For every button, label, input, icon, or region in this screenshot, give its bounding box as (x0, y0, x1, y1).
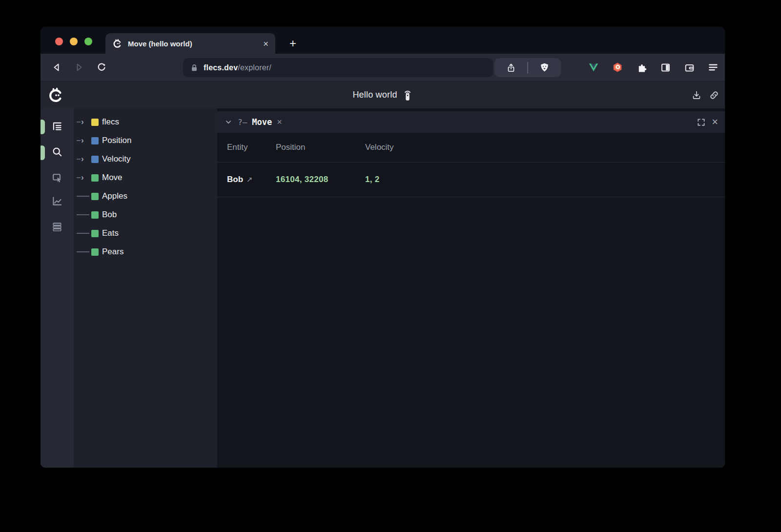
tree-connector-line (77, 196, 89, 197)
entity-color-square (91, 174, 99, 182)
expand-arrow-icon[interactable]: › (77, 122, 89, 123)
column-header-position: Position (276, 143, 365, 152)
world-title: Hello world (352, 90, 397, 100)
column-header-entity: Entity (227, 143, 276, 152)
browser-window: Move (hello world) × + flecs.dev/explore… (41, 27, 725, 468)
reload-button[interactable] (90, 58, 113, 77)
velocity-value: 1, 2 (365, 175, 725, 184)
tab-bar: Move (hello world) × + (41, 27, 725, 54)
entity-color-square (91, 193, 99, 200)
panel-controls: × (697, 117, 718, 127)
tree-item-label: Position (102, 136, 131, 145)
tree-item-label: flecs (102, 117, 119, 127)
header-actions (691, 82, 720, 108)
hexagon-extension-icon[interactable] (612, 61, 623, 73)
tree-item-label: Apples (102, 191, 127, 201)
entity-color-square (91, 230, 99, 237)
menu-icon[interactable] (707, 61, 719, 73)
macos-minimize-button[interactable] (70, 38, 78, 45)
share-link-icon[interactable] (708, 89, 720, 101)
browser-toolbar: flecs.dev/explorer/ (41, 54, 725, 82)
expand-arrow-icon[interactable]: › (77, 177, 89, 178)
open-entity-icon[interactable]: ↗ (247, 175, 253, 184)
tree-item-flecs[interactable]: › flecs (74, 113, 217, 131)
entity-color-square (91, 119, 99, 126)
tree-item-label: Eats (102, 228, 119, 238)
macos-close-button[interactable] (55, 38, 63, 45)
remote-connection-icon[interactable] (402, 89, 413, 102)
view-switcher-strip (41, 108, 74, 468)
fullscreen-icon[interactable] (697, 118, 706, 127)
tree-item-label: Pears (102, 247, 123, 257)
new-tab-button[interactable]: + (286, 36, 300, 51)
tree-item-eats[interactable]: Eats (74, 224, 217, 243)
url-domain: flecs.dev (204, 63, 238, 72)
query-panel-header: ?– Move × × (217, 111, 725, 133)
result-table-header: Entity Position Velocity (217, 133, 725, 163)
tree-item-pears[interactable]: Pears (74, 243, 217, 261)
tree-item-label: Velocity (102, 154, 131, 164)
memory-view-icon[interactable] (51, 221, 63, 233)
tree-item-move[interactable]: › Move (74, 168, 217, 187)
back-button[interactable] (45, 58, 68, 77)
extension-icons (588, 54, 719, 81)
tree-connector-line (77, 251, 89, 252)
query-prefix: ?– (238, 118, 247, 127)
flecs-favicon-icon (112, 39, 122, 48)
app-header: Hello world (41, 82, 725, 108)
stats-chart-icon[interactable] (51, 195, 63, 207)
tab-close-icon[interactable]: × (263, 39, 268, 48)
tree-connector-line (77, 214, 89, 215)
share-icon[interactable] (505, 62, 517, 74)
tree-item-position[interactable]: › Position (74, 131, 217, 150)
tree-view-icon[interactable] (51, 121, 63, 132)
active-view-indicator (41, 120, 45, 134)
expand-arrow-icon[interactable]: › (77, 159, 89, 160)
tree-item-label: Move (102, 173, 123, 183)
entity-color-square (91, 248, 99, 256)
search-view-icon[interactable] (51, 146, 63, 158)
wallet-icon[interactable] (683, 61, 695, 73)
brave-shield-icon[interactable] (539, 62, 551, 74)
query-results-empty-area (217, 197, 725, 468)
browser-tab[interactable]: Move (hello world) × (105, 33, 275, 54)
toolbar-divider (527, 62, 528, 74)
vue-devtools-icon[interactable] (588, 61, 599, 73)
tree-item-label: Bob (102, 210, 117, 220)
tree-item-velocity[interactable]: › Velocity (74, 150, 217, 168)
explorer-content: › flecs › Position › Velocity › Move (41, 108, 725, 468)
download-icon[interactable] (691, 89, 702, 101)
lock-icon (190, 63, 199, 72)
active-view-indicator (41, 145, 45, 160)
table-row[interactable]: Bob ↗ 16104, 32208 1, 2 (217, 163, 725, 197)
entity-color-square (91, 137, 99, 144)
url-text: flecs.dev/explorer/ (204, 63, 271, 72)
entity-cell[interactable]: Bob ↗ (227, 175, 276, 184)
chevron-down-icon[interactable] (224, 118, 233, 126)
extensions-puzzle-icon[interactable] (636, 61, 647, 73)
entity-color-square (91, 156, 99, 163)
urlbar-actions (494, 58, 561, 77)
query-name: Move (252, 117, 272, 127)
url-path: /explorer/ (238, 63, 271, 72)
position-value: 16104, 32208 (276, 175, 365, 184)
sidebar-toggle-icon[interactable] (659, 61, 671, 73)
tree-item-bob[interactable]: Bob (74, 205, 217, 224)
expand-arrow-icon[interactable]: › (77, 140, 89, 141)
entity-name: Bob (227, 175, 243, 184)
url-bar[interactable]: flecs.dev/explorer/ (183, 58, 493, 77)
tab-title: Move (hello world) (128, 40, 257, 48)
entity-tree: › flecs › Position › Velocity › Move (74, 108, 217, 468)
query-panel: ?– Move × × Entity Position Velocity Bob (217, 108, 725, 468)
inspector-view-icon[interactable] (51, 172, 63, 184)
tree-connector-line (77, 233, 89, 234)
tree-item-apples[interactable]: Apples (74, 187, 217, 205)
macos-zoom-button[interactable] (84, 38, 92, 45)
query-close-icon[interactable]: × (277, 118, 282, 126)
entity-color-square (91, 211, 99, 219)
panel-close-icon[interactable]: × (712, 117, 718, 127)
column-header-velocity: Velocity (365, 143, 725, 152)
forward-button[interactable] (68, 58, 90, 77)
flecs-logo-icon (47, 87, 63, 103)
